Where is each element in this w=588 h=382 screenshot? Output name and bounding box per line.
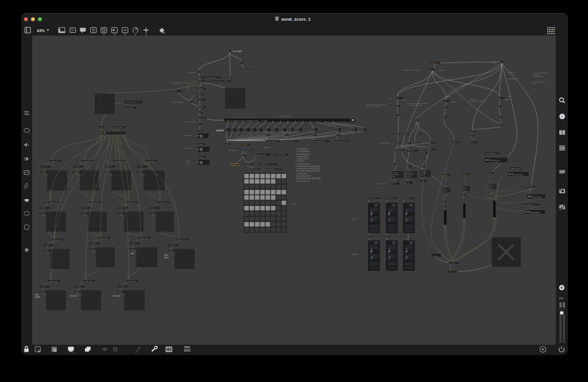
svg-text:43%: 43% [37, 29, 45, 33]
svg-text:m: m [71, 29, 74, 32]
svg-text:aural_score_1: aural_score_1 [281, 17, 311, 22]
svg-text:i: i [561, 114, 562, 119]
svg-text:0%: 0% [559, 297, 563, 300]
